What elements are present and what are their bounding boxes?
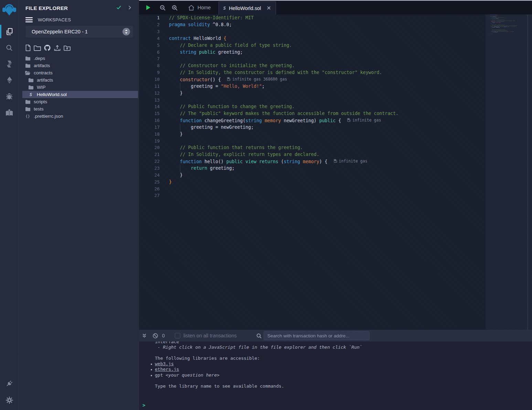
tree-item-label: HelloWorld.sol [37,92,67,97]
tree-item-artifacts[interactable]: artifacts [19,76,139,84]
line-number: 6 [139,50,160,55]
workspaces-menu-icon[interactable] [25,17,33,22]
folder-icon [28,78,33,82]
code-line-8: 8 // Constructor to initialize the greet… [139,62,486,69]
terminal-search-input[interactable] [264,331,370,340]
collapse-terminal-icon[interactable] [142,333,147,338]
new-file-icon[interactable] [25,44,31,51]
line-number: 13 [139,97,160,103]
folder-open-icon [25,71,30,75]
tree-item--prettierrc-json[interactable]: {}.prettierrc.json [19,113,139,120]
terminal-line: gpt <your question here> [139,372,532,378]
code-line-12: 12 } [139,90,486,96]
workspaces-label: WORKSPACES [38,17,71,22]
minimap[interactable]: // SPDX-License-Identifier: MITpragma so… [489,14,524,52]
line-number: 17 [139,125,160,130]
folder-icon [25,100,30,104]
tree-item-wip[interactable]: WIP [19,84,139,91]
terminal-prompt[interactable]: > [142,402,145,408]
solidity-icon: S [28,92,33,97]
settings-gear-icon[interactable] [0,392,19,409]
code-line-7: 7 [139,55,486,62]
line-number: 4 [139,36,160,41]
folder-icon [28,85,33,90]
file-explorer-toolbar [19,38,139,53]
workspace-select[interactable]: OpenZeppelin ERC20 - 1 [25,26,133,38]
plugin-manager-icon[interactable] [0,375,19,392]
panel-title: FILE EXPLORER [25,5,116,11]
file-tree: .depsartifactscontractsartifactsWIPSHell… [19,55,139,120]
terminal-link[interactable]: ethers.js [155,367,179,372]
terminal-search-icon [256,333,262,339]
search-icon[interactable] [0,40,19,56]
solidity-file-icon: S [223,6,226,11]
code-line-25: 25} [139,178,486,185]
line-number: 9 [139,70,160,75]
file-explorer-icon[interactable] [0,23,19,40]
folder-icon [25,56,30,61]
tree-item-label: .prettierrc.json [34,114,63,119]
home-icon [188,5,194,11]
line-number: 27 [139,193,160,198]
workspace-switch-icon[interactable] [123,28,130,35]
learneth-icon[interactable] [0,104,19,120]
code-line-2: 2pragma solidity ^0.8.0; [139,21,486,28]
code-line-6: 6 string public greeting; [139,49,486,55]
code-line-24: 24 } [139,171,486,178]
tab-helloworld-sol[interactable]: S HelloWorld.sol ✕ [219,1,276,14]
scrollbar-track[interactable] [528,14,528,330]
line-number: 22 [139,159,160,164]
file-explorer-header: FILE EXPLORER [19,0,139,13]
line-number: 15 [139,111,160,116]
listen-transactions-label: listen on all transactions [183,333,237,338]
upload-file-icon[interactable] [54,45,61,51]
code-editor[interactable]: 1// SPDX-License-Identifier: MIT2pragma … [139,14,532,330]
tree-item-tests[interactable]: tests [19,105,139,113]
close-tab-icon[interactable]: ✕ [266,6,271,11]
tree-item-artifacts[interactable]: artifacts [19,62,139,69]
line-number: 20 [139,145,160,150]
gas-estimate-annotation: infinite gas [347,118,381,123]
run-script-button[interactable] [145,4,151,11]
code-line-20: 20 // Public function that returns the g… [139,144,486,151]
code-line-11: 11 greeting = "Hello, World!"; [139,83,486,90]
code-line-18: 18 } [139,130,486,137]
clone-github-icon[interactable] [44,44,51,51]
tab-helloworld-label: HelloWorld.sol [229,6,261,11]
editor-area: Home S HelloWorld.sol ✕ 1// SPDX-License… [139,0,532,410]
solidity-compiler-icon[interactable] [0,56,19,72]
clear-console-icon[interactable] [152,333,158,339]
deploy-run-icon[interactable] [0,72,19,88]
remix-ide-window: FILE EXPLORER WORKSPACES OpenZeppelin ER… [0,0,532,410]
folder-icon [25,64,30,68]
code-viewport[interactable]: 1// SPDX-License-Identifier: MIT2pragma … [139,14,486,330]
tree-item-helloworld-sol[interactable]: SHelloWorld.sol [22,91,138,98]
remix-logo[interactable] [0,0,19,20]
line-number: 24 [139,172,160,178]
accept-check-icon[interactable] [116,4,122,12]
zoom-out-icon[interactable] [159,4,166,11]
code-line-26: 26 [139,185,486,192]
line-number: 25 [139,179,160,185]
terminal-link[interactable]: web3.js [155,361,174,366]
expand-panel-chevron-icon[interactable] [127,5,132,11]
terminal-panel: 0 listen on all transactions interface -… [139,330,532,410]
code-line-27 [489,35,522,36]
line-number: 16 [139,118,160,123]
listen-transactions-checkbox[interactable] [175,333,180,338]
code-line-10: 10 constructor() {infinite gas 368600 ga… [139,76,486,83]
tab-home[interactable]: Home [180,1,219,14]
upload-folder-icon[interactable] [64,45,71,51]
debugger-icon[interactable] [0,88,19,104]
tree-item-contracts[interactable]: contracts [19,69,139,76]
tree-item--deps[interactable]: .deps [19,55,139,62]
zoom-in-icon[interactable] [171,4,178,11]
editor-right-gutter: // SPDX-License-Identifier: MITpragma so… [486,14,532,330]
line-number: 8 [139,63,160,68]
new-folder-icon[interactable] [34,45,41,51]
gas-estimate-annotation: infinite gas [334,159,368,164]
tree-item-label: WIP [37,85,46,90]
tree-item-scripts[interactable]: scripts [19,98,139,105]
line-number: 11 [139,84,160,89]
tree-item-label: scripts [34,99,47,104]
